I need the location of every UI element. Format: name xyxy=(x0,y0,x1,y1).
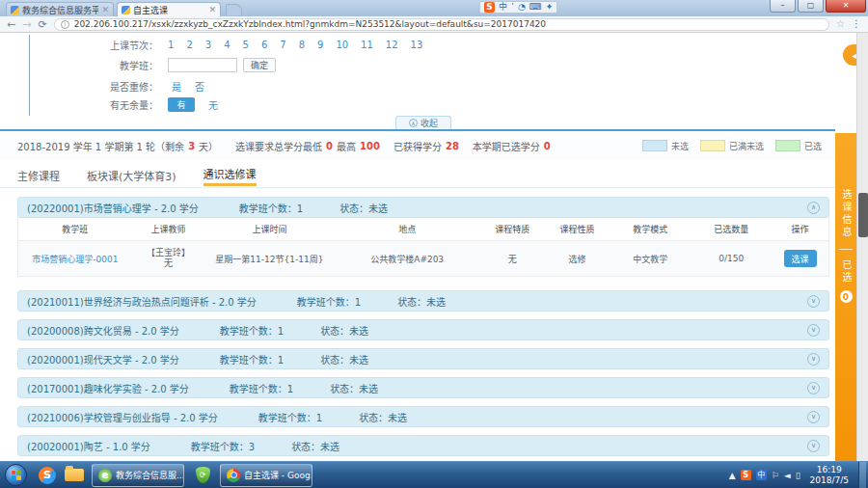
selection-info-sidebar[interactable]: 选课信息 已选 0 xyxy=(835,133,856,461)
select-course-button[interactable]: 选课 xyxy=(784,250,817,267)
margin-yes-option[interactable]: 有 xyxy=(168,97,195,112)
session-number-6[interactable]: 6 xyxy=(261,40,267,50)
course-panel-header-collapsed[interactable]: (20210011)世界经济与政治热点问题评析 - 2.0 学分教学班个数：1状… xyxy=(17,290,829,312)
ime-clock-icon[interactable]: ◔ xyxy=(518,3,526,12)
selection-info-label[interactable]: 选课信息 xyxy=(841,189,851,239)
session-number-list: 12345678910111213 xyxy=(168,40,422,50)
taskbar-explorer[interactable] xyxy=(62,464,87,487)
ime-punct-icon[interactable]: ’ xyxy=(511,3,514,12)
course-tab-2[interactable]: 通识选修课 xyxy=(203,164,257,186)
confirm-button[interactable]: 确定 xyxy=(243,58,276,72)
chevron-down-icon[interactable]: ∨ xyxy=(807,440,820,452)
earned-credit-value: 28 xyxy=(446,141,459,151)
course-panel-header-collapsed[interactable]: (20170001)趣味化学实验 - 2.0 学分教学班个数：1状态：未选∨ xyxy=(17,377,829,398)
forward-icon[interactable]: → xyxy=(22,19,31,30)
session-number-5[interactable]: 5 xyxy=(243,40,249,50)
class-table: 教学班上课教师上课时间地点课程特质课程性质教学模式已选数量操作 市场营销心理学-… xyxy=(17,218,829,277)
close-tab-icon[interactable]: ✕ xyxy=(101,5,109,14)
course-title: (20210006)学校管理与创业指导 - 2.0 学分 xyxy=(27,410,218,424)
selected-label[interactable]: 已选 xyxy=(841,259,851,285)
tray-expand-icon[interactable]: ▲ xyxy=(729,471,736,480)
tray-network-icon[interactable]: ▯ xyxy=(796,471,800,480)
page-scrollbar[interactable] xyxy=(856,33,868,461)
session-number-2[interactable]: 2 xyxy=(186,40,192,50)
maximize-button[interactable]: ▢ xyxy=(798,0,824,13)
session-number-11[interactable]: 11 xyxy=(361,40,373,50)
capacity-cell: 0/150 xyxy=(691,252,772,265)
course-status: 状态：未选 xyxy=(291,439,339,453)
browser-menu-icon[interactable]: ⋮ xyxy=(852,19,861,29)
collapse-filters-button[interactable]: ∧ 收起 xyxy=(395,116,451,129)
chevron-down-icon[interactable]: ∨ xyxy=(807,382,820,394)
days-left-value: 3 xyxy=(188,141,195,151)
reload-icon[interactable]: ⟳ xyxy=(38,19,46,30)
minimize-button[interactable]: – xyxy=(770,0,796,13)
course-tab-0[interactable]: 主修课程 xyxy=(17,164,60,186)
scrollbar-thumb[interactable] xyxy=(858,193,868,237)
sidebar-divider xyxy=(839,249,853,250)
course-panel-header-collapsed[interactable]: (20020001)陶艺 - 1.0 学分教学班个数：3状态：未选∨ xyxy=(17,435,829,456)
page-info-icon[interactable]: i xyxy=(61,20,69,29)
taskbar-task-portal[interactable]: e 教务综合信息服... xyxy=(92,464,184,487)
session-number-4[interactable]: 4 xyxy=(224,40,230,50)
browser-tab-portal[interactable]: 教务综合信息服务平台 ✕ xyxy=(6,2,114,16)
ime-tools-icon[interactable]: ✦ xyxy=(546,3,554,12)
session-number-1[interactable]: 1 xyxy=(168,40,174,50)
back-icon[interactable]: ← xyxy=(7,19,15,30)
browser-tab-course-select[interactable]: 自主选课 ✕ xyxy=(117,2,221,16)
class-name-link[interactable]: 市场营销心理学-0001 xyxy=(18,251,132,267)
start-button[interactable] xyxy=(5,464,27,486)
status-legend: 未选已满未选已选 xyxy=(642,140,822,152)
column-header-3: 地点 xyxy=(335,221,480,237)
tray-flag-icon[interactable]: ⚐ xyxy=(772,471,779,480)
session-number-10[interactable]: 10 xyxy=(336,40,348,50)
tray-language-icon[interactable]: 中 xyxy=(756,470,767,480)
ime-language-icon[interactable]: 中 xyxy=(499,3,507,12)
taskbar-sogou-browser[interactable]: S xyxy=(35,464,60,487)
course-panel-header-expanded[interactable]: (20220001)市场营销心理学 - 2.0 学分 教学班个数：1 状态：未选… xyxy=(17,197,829,218)
session-number-7[interactable]: 7 xyxy=(280,40,285,50)
chevron-down-icon[interactable]: ∨ xyxy=(807,411,820,423)
course-panel-header-collapsed[interactable]: (20210006)学校管理与创业指导 - 2.0 学分教学班个数：1状态：未选… xyxy=(17,406,829,427)
chevron-down-icon[interactable]: ∨ xyxy=(807,353,820,366)
chevron-up-icon[interactable]: ∧ xyxy=(807,202,820,214)
retake-yes-option[interactable]: 是 xyxy=(172,79,181,94)
bookmark-star-icon[interactable]: ☆ xyxy=(836,19,845,29)
address-bar[interactable]: i 202.206.100.217/xsxk/zzxkyzb_cxZzxkYzb… xyxy=(54,18,829,31)
chevron-down-icon[interactable]: ∨ xyxy=(807,295,820,308)
sogou-icon: S xyxy=(39,467,56,484)
margin-no-option[interactable]: 无 xyxy=(208,97,218,112)
sogou-ime-icon[interactable]: S xyxy=(484,2,495,13)
new-tab-button[interactable] xyxy=(226,4,242,15)
session-number-3[interactable]: 3 xyxy=(205,40,211,50)
course-class-count: 教学班个数：1 xyxy=(220,352,284,366)
taskbar-clock[interactable]: 16:19 2018/7/5 xyxy=(810,465,849,486)
taskbar-task-chrome[interactable]: 自主选课 - Goog... xyxy=(220,464,312,487)
course-tab-1[interactable]: 板块课(大学体育3) xyxy=(87,164,176,186)
column-header-1: 上课教师 xyxy=(132,221,205,237)
close-button[interactable]: ✕ xyxy=(826,0,866,13)
course-panel-header-collapsed[interactable]: (20200008)跨文化贸易 - 2.0 学分教学班个数：1状态：未选∨ xyxy=(17,319,829,340)
tray-sogou-icon[interactable]: S xyxy=(741,470,751,480)
show-desktop-button[interactable] xyxy=(858,462,866,488)
session-number-8[interactable]: 8 xyxy=(299,40,305,50)
ime-keyboard-icon[interactable]: ⌨ xyxy=(529,3,542,12)
course-class-count: 教学班个数：1 xyxy=(220,323,284,338)
session-number-12[interactable]: 12 xyxy=(386,40,398,50)
collapse-label: 收起 xyxy=(420,117,438,129)
chevron-down-icon[interactable]: ∨ xyxy=(807,324,820,337)
class-input[interactable] xyxy=(168,58,237,72)
retake-no-option[interactable]: 否 xyxy=(195,79,204,94)
close-tab-icon[interactable]: ✕ xyxy=(208,5,216,14)
taskbar-security-shield[interactable]: ⟳ xyxy=(190,464,215,487)
site-favicon xyxy=(122,6,130,14)
credit-max-label: 最高 xyxy=(337,139,356,153)
course-panel-header-collapsed[interactable]: (20200001)现代天文学 - 2.0 学分教学班个数：1状态：未选∨ xyxy=(17,348,829,369)
session-number-13[interactable]: 13 xyxy=(411,40,423,50)
filter-row-class: 教学班： 确定 xyxy=(35,57,276,72)
tray-volume-icon[interactable]: ◄ xyxy=(784,471,791,480)
folder-icon xyxy=(65,469,84,481)
course-title: (20200001)现代天文学 - 2.0 学分 xyxy=(27,352,179,366)
course-class-count: 教学班个数：3 xyxy=(191,439,255,453)
session-number-9[interactable]: 9 xyxy=(317,40,323,50)
